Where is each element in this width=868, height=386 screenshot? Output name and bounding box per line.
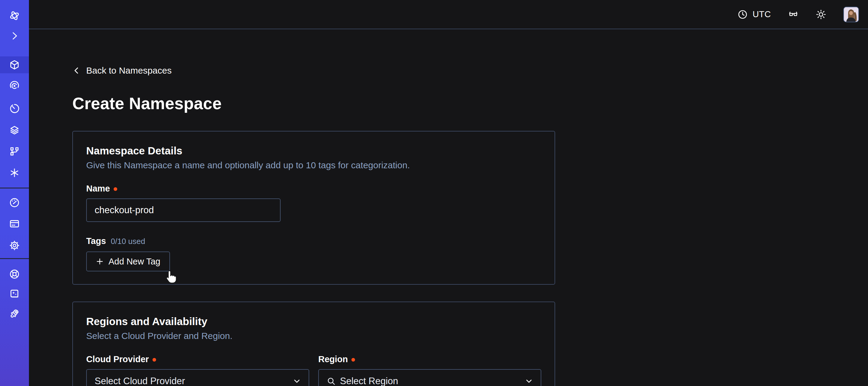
region-placeholder: Select Region <box>340 376 520 386</box>
sidebar-item-settings[interactable] <box>0 237 29 254</box>
back-link-label: Back to Namespaces <box>86 65 172 76</box>
required-indicator <box>114 187 117 191</box>
cloud-provider-placeholder: Select Cloud Provider <box>95 376 288 386</box>
user-avatar[interactable] <box>843 7 859 22</box>
clock-icon <box>738 9 748 20</box>
page-title: Create Namespace <box>72 93 868 113</box>
namespaces-icon <box>9 59 20 70</box>
card-title: Namespace Details <box>86 145 541 157</box>
plus-icon <box>96 258 104 265</box>
tags-label-row: Tags 0/10 used <box>86 236 541 246</box>
billing-icon <box>9 218 20 229</box>
topbar: UTC <box>29 0 868 29</box>
card-subtitle: Select a Cloud Provider and Region. <box>86 330 541 342</box>
sidebar-item-support[interactable] <box>0 266 29 283</box>
nexus-icon <box>9 167 20 178</box>
sidebar-item-docs[interactable] <box>0 286 29 302</box>
regions-card: Regions and Availability Select a Cloud … <box>72 302 555 386</box>
settings-icon <box>9 240 20 251</box>
timezone-label: UTC <box>752 9 771 19</box>
timezone-selector[interactable]: UTC <box>738 9 771 20</box>
sidebar-item-usage[interactable] <box>0 194 29 211</box>
sidebar-item-workflows[interactable] <box>0 78 29 94</box>
add-new-tag-button[interactable]: Add New Tag <box>86 251 170 271</box>
cloud-provider-label: Cloud Provider <box>86 354 309 364</box>
glasses-icon <box>788 9 799 20</box>
namespace-details-card: Namespace Details Give this Namespace a … <box>72 131 555 285</box>
docs-icon <box>9 289 20 299</box>
tags-counter: 0/10 used <box>111 237 145 246</box>
avatar-image <box>844 7 858 22</box>
chevron-down-icon <box>524 377 533 386</box>
card-title: Regions and Availability <box>86 316 541 327</box>
sidebar-item-namespaces[interactable] <box>0 56 29 73</box>
namespace-name-input[interactable] <box>86 199 281 222</box>
chevron-down-icon <box>292 377 301 386</box>
schedules-icon <box>9 103 20 114</box>
usage-icon <box>9 197 20 208</box>
required-indicator <box>351 358 355 362</box>
chevron-left-icon <box>72 66 81 75</box>
back-to-namespaces-link[interactable]: Back to Namespaces <box>72 65 172 76</box>
required-indicator <box>153 358 156 362</box>
temporal-logo-icon[interactable] <box>0 7 29 24</box>
region-label: Region <box>318 354 541 364</box>
search-icon <box>327 377 336 386</box>
main-content: Back to Namespaces Create Namespace Name… <box>29 30 868 386</box>
sidebar-item-billing[interactable] <box>0 215 29 232</box>
labs-toggle-button[interactable] <box>788 9 799 20</box>
sidebar-divider <box>0 258 29 259</box>
batch-operations-icon <box>9 146 20 157</box>
theme-toggle-button[interactable] <box>815 9 827 20</box>
tags-label: Tags <box>86 236 106 246</box>
sidebar-item-batch-operations[interactable] <box>0 143 29 160</box>
support-icon <box>9 269 20 279</box>
deployments-icon <box>9 125 20 136</box>
sidebar-item-nexus[interactable] <box>0 165 29 181</box>
cloud-provider-select[interactable]: Select Cloud Provider <box>86 369 309 386</box>
sidebar-item-deployments[interactable] <box>0 122 29 139</box>
app: UTC <box>0 0 868 386</box>
sidebar-item-getting-started[interactable] <box>0 305 29 322</box>
workflows-icon <box>9 81 20 91</box>
sidebar-divider <box>0 187 29 188</box>
sidebar <box>0 0 29 386</box>
expand-sidebar-icon[interactable] <box>0 27 29 44</box>
region-select[interactable]: Select Region <box>318 369 541 386</box>
getting-started-icon <box>9 308 20 319</box>
name-field-label: Name <box>86 183 541 194</box>
sun-icon <box>815 9 827 20</box>
card-subtitle: Give this Namespace a name and optionall… <box>86 160 541 171</box>
sidebar-item-schedules[interactable] <box>0 100 29 117</box>
